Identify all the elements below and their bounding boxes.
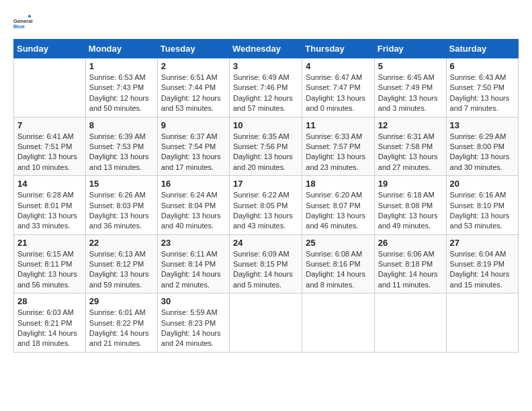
day-info: Sunrise: 6:13 AMSunset: 8:12 PMDaylight:… — [89, 249, 154, 291]
day-number: 19 — [378, 179, 443, 189]
calendar-cell: 20Sunrise: 6:16 AMSunset: 8:10 PMDayligh… — [446, 176, 518, 235]
calendar-body: 1Sunrise: 6:53 AMSunset: 7:43 PMDaylight… — [14, 58, 519, 353]
day-number: 24 — [233, 238, 298, 248]
calendar-cell: 10Sunrise: 6:35 AMSunset: 7:56 PMDayligh… — [229, 117, 302, 176]
day-info: Sunrise: 6:47 AMSunset: 7:47 PMDaylight:… — [306, 73, 371, 114]
day-info: Sunrise: 5:59 AMSunset: 8:23 PMDaylight:… — [161, 308, 226, 349]
day-of-week-header: Monday — [85, 40, 157, 58]
day-info: Sunrise: 6:04 AMSunset: 8:19 PMDaylight:… — [450, 249, 515, 291]
day-info: Sunrise: 6:49 AMSunset: 7:46 PMDaylight:… — [233, 73, 298, 114]
day-of-week-header: Wednesday — [229, 40, 302, 58]
calendar-cell — [14, 58, 86, 118]
day-number: 12 — [378, 120, 443, 130]
day-info: Sunrise: 6:08 AMSunset: 8:16 PMDaylight:… — [306, 249, 371, 291]
calendar-cell: 11Sunrise: 6:33 AMSunset: 7:57 PMDayligh… — [302, 117, 375, 176]
calendar-cell: 21Sunrise: 6:15 AMSunset: 8:11 PMDayligh… — [14, 234, 86, 293]
calendar-cell: 15Sunrise: 6:26 AMSunset: 8:03 PMDayligh… — [85, 176, 157, 235]
day-of-week-header: Sunday — [14, 40, 86, 58]
calendar-cell: 2Sunrise: 6:51 AMSunset: 7:44 PMDaylight… — [157, 58, 229, 118]
calendar-cell: 28Sunrise: 6:03 AMSunset: 8:21 PMDayligh… — [14, 293, 86, 353]
day-info: Sunrise: 6:43 AMSunset: 7:50 PMDaylight:… — [450, 73, 515, 114]
day-info: Sunrise: 6:29 AMSunset: 8:00 PMDaylight:… — [450, 132, 515, 173]
calendar-cell: 17Sunrise: 6:22 AMSunset: 8:05 PMDayligh… — [229, 176, 302, 235]
calendar-week-row: 7Sunrise: 6:41 AMSunset: 7:51 PMDaylight… — [14, 117, 519, 176]
day-number: 8 — [89, 120, 154, 130]
svg-marker-2 — [28, 14, 32, 17]
day-number: 30 — [161, 296, 226, 306]
day-info: Sunrise: 6:53 AMSunset: 7:43 PMDaylight:… — [89, 73, 154, 114]
day-number: 7 — [17, 120, 82, 130]
calendar-cell: 5Sunrise: 6:45 AMSunset: 7:49 PMDaylight… — [374, 58, 446, 118]
calendar-cell: 14Sunrise: 6:28 AMSunset: 8:01 PMDayligh… — [14, 176, 86, 235]
day-info: Sunrise: 6:45 AMSunset: 7:49 PMDaylight:… — [378, 73, 443, 114]
calendar-cell: 16Sunrise: 6:24 AMSunset: 8:04 PMDayligh… — [157, 176, 229, 235]
day-info: Sunrise: 6:41 AMSunset: 7:51 PMDaylight:… — [17, 132, 82, 173]
day-number: 17 — [233, 179, 298, 189]
day-number: 13 — [450, 120, 515, 130]
calendar-cell: 8Sunrise: 6:39 AMSunset: 7:53 PMDaylight… — [85, 117, 157, 176]
day-number: 18 — [306, 179, 371, 189]
day-number: 27 — [450, 238, 515, 248]
day-info: Sunrise: 6:39 AMSunset: 7:53 PMDaylight:… — [89, 132, 154, 173]
calendar-week-row: 21Sunrise: 6:15 AMSunset: 8:11 PMDayligh… — [14, 234, 519, 293]
day-info: Sunrise: 6:37 AMSunset: 7:54 PMDaylight:… — [161, 132, 226, 173]
calendar-week-row: 1Sunrise: 6:53 AMSunset: 7:43 PMDaylight… — [14, 58, 519, 118]
day-info: Sunrise: 6:01 AMSunset: 8:22 PMDaylight:… — [89, 308, 154, 349]
day-number: 25 — [306, 238, 371, 248]
day-number: 1 — [89, 61, 154, 71]
svg-text:Blue: Blue — [13, 24, 25, 30]
day-number: 16 — [161, 179, 226, 189]
calendar-cell — [229, 293, 302, 353]
day-number: 4 — [306, 61, 371, 71]
day-number: 22 — [89, 238, 154, 248]
svg-text:General: General — [13, 18, 32, 24]
day-info: Sunrise: 6:20 AMSunset: 8:07 PMDaylight:… — [306, 190, 371, 232]
day-number: 28 — [17, 296, 82, 306]
day-info: Sunrise: 6:16 AMSunset: 8:10 PMDaylight:… — [450, 190, 515, 232]
calendar-cell — [302, 293, 375, 353]
day-info: Sunrise: 6:22 AMSunset: 8:05 PMDaylight:… — [233, 190, 298, 232]
day-info: Sunrise: 6:35 AMSunset: 7:56 PMDaylight:… — [233, 132, 298, 173]
day-number: 2 — [161, 61, 226, 71]
day-info: Sunrise: 6:18 AMSunset: 8:08 PMDaylight:… — [378, 190, 443, 232]
day-number: 20 — [450, 179, 515, 189]
calendar-cell: 9Sunrise: 6:37 AMSunset: 7:54 PMDaylight… — [157, 117, 229, 176]
day-info: Sunrise: 6:33 AMSunset: 7:57 PMDaylight:… — [306, 132, 371, 173]
day-info: Sunrise: 6:06 AMSunset: 8:18 PMDaylight:… — [378, 249, 443, 291]
day-info: Sunrise: 6:11 AMSunset: 8:14 PMDaylight:… — [161, 249, 226, 291]
calendar-cell: 22Sunrise: 6:13 AMSunset: 8:12 PMDayligh… — [85, 234, 157, 293]
day-number: 11 — [306, 120, 371, 130]
day-number: 29 — [89, 296, 154, 306]
calendar-cell: 6Sunrise: 6:43 AMSunset: 7:50 PMDaylight… — [446, 58, 518, 118]
calendar-header: SundayMondayTuesdayWednesdayThursdayFrid… — [14, 40, 519, 58]
day-number: 6 — [450, 61, 515, 71]
logo-icon: General Blue — [13, 13, 32, 32]
calendar-cell: 1Sunrise: 6:53 AMSunset: 7:43 PMDaylight… — [85, 58, 157, 118]
calendar-cell: 24Sunrise: 6:09 AMSunset: 8:15 PMDayligh… — [229, 234, 302, 293]
calendar-cell — [374, 293, 446, 353]
day-info: Sunrise: 6:28 AMSunset: 8:01 PMDaylight:… — [17, 190, 82, 232]
calendar-cell: 25Sunrise: 6:08 AMSunset: 8:16 PMDayligh… — [302, 234, 375, 293]
calendar-cell: 4Sunrise: 6:47 AMSunset: 7:47 PMDaylight… — [302, 58, 375, 118]
calendar-table: SundayMondayTuesdayWednesdayThursdayFrid… — [13, 39, 519, 353]
calendar-cell: 12Sunrise: 6:31 AMSunset: 7:58 PMDayligh… — [374, 117, 446, 176]
day-info: Sunrise: 6:03 AMSunset: 8:21 PMDaylight:… — [17, 308, 82, 349]
day-number: 26 — [378, 238, 443, 248]
day-number: 15 — [89, 179, 154, 189]
calendar-cell: 19Sunrise: 6:18 AMSunset: 8:08 PMDayligh… — [374, 176, 446, 235]
day-of-week-header: Saturday — [446, 40, 518, 58]
day-number: 23 — [161, 238, 226, 248]
calendar-cell: 27Sunrise: 6:04 AMSunset: 8:19 PMDayligh… — [446, 234, 518, 293]
day-info: Sunrise: 6:15 AMSunset: 8:11 PMDaylight:… — [17, 249, 82, 291]
day-of-week-header: Thursday — [302, 40, 375, 58]
calendar-cell: 23Sunrise: 6:11 AMSunset: 8:14 PMDayligh… — [157, 234, 229, 293]
day-info: Sunrise: 6:51 AMSunset: 7:44 PMDaylight:… — [161, 73, 226, 114]
day-of-week-header: Tuesday — [157, 40, 229, 58]
day-number: 14 — [17, 179, 82, 189]
day-of-week-header: Friday — [374, 40, 446, 58]
calendar-cell: 7Sunrise: 6:41 AMSunset: 7:51 PMDaylight… — [14, 117, 86, 176]
day-number: 3 — [233, 61, 298, 71]
calendar-cell: 18Sunrise: 6:20 AMSunset: 8:07 PMDayligh… — [302, 176, 375, 235]
day-info: Sunrise: 6:09 AMSunset: 8:15 PMDaylight:… — [233, 249, 298, 291]
day-number: 21 — [17, 238, 82, 248]
